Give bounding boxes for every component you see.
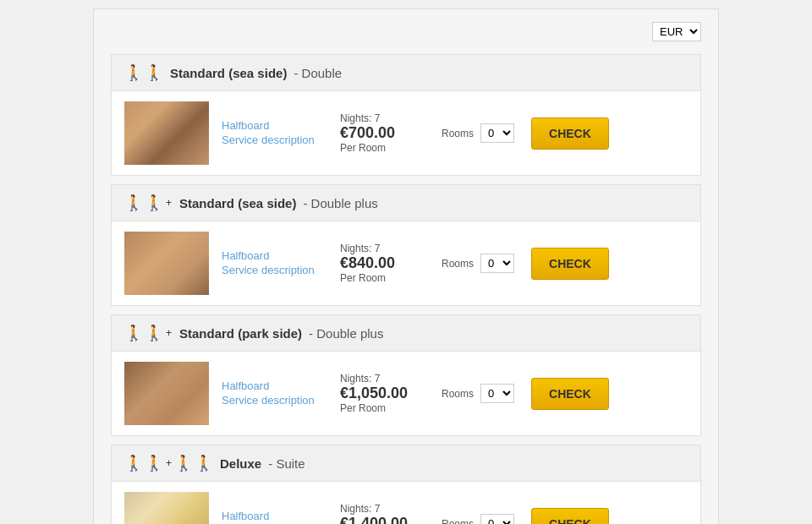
room-content: Halfboard Service description Nights: 7 …: [112, 352, 700, 435]
rooms-label: Rooms: [442, 128, 474, 139]
per-room-text: Per Room: [340, 402, 425, 414]
room-header: 🚶 🚶 + 🚶 🚶 Deluxe - Suite: [112, 445, 700, 482]
nights-text: Nights: 7: [340, 373, 425, 385]
service-description-link[interactable]: Service description: [222, 134, 315, 146]
room-type-name: Standard (park side): [179, 326, 302, 341]
main-container: EUR USD GBP 🚶 🚶 Standard (sea side) - Do…: [93, 8, 719, 524]
person-icon: 🚶: [174, 454, 193, 472]
check-button[interactable]: CHECK: [531, 117, 609, 150]
price-amount: €1,400.00: [340, 515, 425, 524]
nights-text: Nights: 7: [340, 112, 425, 124]
room-icons: 🚶 🚶: [124, 63, 163, 82]
room-type-sub: - Double plus: [309, 326, 383, 341]
rooms-select[interactable]: 0 1 2 3: [480, 123, 514, 143]
rooms-area: Rooms 0 1 2 3: [442, 514, 514, 524]
service-info: Halfboard Service description: [222, 119, 323, 147]
person-icon: 🚶: [124, 63, 143, 82]
room-type-name: Deluxe: [220, 456, 261, 471]
service-description-link[interactable]: Service description: [222, 394, 315, 407]
room-section: 🚶 🚶 + Standard (park side) - Double plus…: [111, 314, 701, 436]
page-header: EUR USD GBP: [111, 22, 701, 41]
room-content: Halfboard Service description Nights: 7 …: [112, 482, 700, 524]
person-icon: 🚶: [145, 63, 163, 82]
rooms-select[interactable]: 0 1 2 3: [480, 384, 514, 403]
person-icon: 🚶: [124, 454, 143, 472]
check-button[interactable]: CHECK: [531, 508, 609, 525]
check-button[interactable]: CHECK: [531, 378, 609, 410]
rooms-container: 🚶 🚶 Standard (sea side) - Double Halfboa…: [111, 54, 701, 524]
plus-icon: +: [166, 327, 172, 339]
room-image: [124, 362, 209, 425]
room-content: Halfboard Service description Nights: 7 …: [112, 91, 700, 175]
room-icons: 🚶 🚶 + 🚶 🚶: [124, 454, 213, 472]
room-section: 🚶 🚶 Standard (sea side) - Double Halfboa…: [111, 54, 701, 176]
room-section: 🚶 🚶 + 🚶 🚶 Deluxe - Suite Halfboard Servi…: [111, 445, 701, 524]
price-info: Nights: 7 €700.00 Per Room: [340, 112, 425, 154]
plus-icon: +: [166, 457, 172, 469]
rooms-label: Rooms: [442, 258, 474, 270]
currency-area: EUR USD GBP: [648, 22, 701, 41]
room-icons: 🚶 🚶 +: [124, 324, 173, 342]
rooms-label: Rooms: [442, 518, 474, 525]
rooms-area: Rooms 0 1 2 3: [442, 254, 514, 273]
service-info: Halfboard Service description: [222, 379, 323, 407]
person-icon: 🚶: [195, 454, 213, 472]
halfboard-text: Halfboard: [222, 249, 323, 262]
room-info: Halfboard Service description Nights: 7 …: [222, 503, 688, 524]
room-header: 🚶 🚶 + Standard (park side) - Double plus: [112, 315, 700, 352]
room-type-sub: - Double: [294, 66, 342, 80]
service-description-link[interactable]: Service description: [222, 264, 315, 276]
room-type-name: Standard (sea side): [170, 66, 287, 80]
service-info: Halfboard Service description: [222, 249, 323, 277]
halfboard-text: Halfboard: [222, 510, 323, 522]
room-icons: 🚶 🚶 +: [124, 194, 173, 212]
price-amount: €1,050.00: [340, 385, 425, 402]
room-image: [124, 101, 209, 165]
halfboard-text: Halfboard: [222, 119, 323, 132]
check-button[interactable]: CHECK: [531, 248, 609, 280]
room-image: [124, 492, 209, 524]
room-info: Halfboard Service description Nights: 7 …: [222, 243, 688, 284]
person-icon: 🚶: [145, 454, 163, 472]
rooms-select[interactable]: 0 1 2 3: [480, 514, 514, 524]
person-icon: 🚶: [145, 194, 163, 212]
room-type-sub: - Double plus: [303, 196, 377, 210]
currency-select[interactable]: EUR USD GBP: [652, 22, 701, 41]
person-icon: 🚶: [124, 324, 143, 342]
price-amount: €700.00: [340, 124, 425, 142]
person-icon: 🚶: [145, 324, 163, 342]
price-info: Nights: 7 €1,400.00 Per Room: [340, 503, 425, 524]
plus-icon: +: [166, 197, 172, 209]
per-room-text: Per Room: [340, 142, 425, 154]
person-icon: 🚶: [124, 194, 143, 212]
room-header: 🚶 🚶 + Standard (sea side) - Double plus: [112, 185, 700, 221]
price-amount: €840.00: [340, 254, 425, 272]
service-info: Halfboard Service description: [222, 510, 323, 524]
nights-text: Nights: 7: [340, 503, 425, 515]
rooms-area: Rooms 0 1 2 3: [442, 123, 514, 143]
room-info: Halfboard Service description Nights: 7 …: [222, 373, 688, 414]
room-type-sub: - Suite: [268, 456, 304, 471]
room-image: [124, 232, 209, 295]
rooms-select[interactable]: 0 1 2 3: [480, 254, 514, 273]
price-info: Nights: 7 €1,050.00 Per Room: [340, 373, 425, 414]
room-info: Halfboard Service description Nights: 7 …: [222, 112, 688, 154]
halfboard-text: Halfboard: [222, 379, 323, 392]
rooms-label: Rooms: [442, 388, 474, 400]
room-section: 🚶 🚶 + Standard (sea side) - Double plus …: [111, 184, 701, 306]
per-room-text: Per Room: [340, 272, 425, 284]
room-content: Halfboard Service description Nights: 7 …: [112, 221, 700, 305]
room-header: 🚶 🚶 Standard (sea side) - Double: [112, 55, 700, 91]
price-info: Nights: 7 €840.00 Per Room: [340, 243, 425, 284]
rooms-area: Rooms 0 1 2 3: [442, 384, 514, 403]
room-type-name: Standard (sea side): [179, 196, 296, 210]
nights-text: Nights: 7: [340, 243, 425, 254]
